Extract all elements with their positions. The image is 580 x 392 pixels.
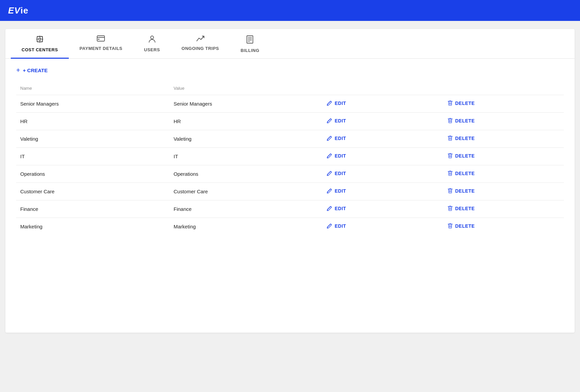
create-label: + CREATE <box>23 67 48 73</box>
cell-edit: EDIT <box>323 165 443 183</box>
tab-cost-centers[interactable]: COST CENTERS <box>11 29 69 59</box>
delete-button[interactable]: DELETE <box>447 118 475 123</box>
pencil-icon <box>327 188 332 194</box>
trash-icon <box>447 171 453 176</box>
edit-label: EDIT <box>335 153 346 159</box>
cell-delete: DELETE <box>443 218 564 235</box>
edit-button[interactable]: EDIT <box>327 153 346 159</box>
billing-icon <box>246 35 253 45</box>
cell-value: Customer Care <box>170 183 323 200</box>
edit-label: EDIT <box>335 223 346 229</box>
delete-label: DELETE <box>455 223 475 229</box>
cell-name: IT <box>16 148 170 165</box>
cell-edit: EDIT <box>323 113 443 130</box>
svg-rect-6 <box>97 36 105 41</box>
edit-label: EDIT <box>335 101 346 106</box>
pencil-icon <box>327 153 332 159</box>
delete-button[interactable]: DELETE <box>447 101 475 106</box>
tab-users[interactable]: USERS <box>133 29 171 59</box>
edit-label: EDIT <box>335 171 346 176</box>
cell-edit: EDIT <box>323 218 443 235</box>
trash-icon <box>447 188 453 194</box>
edit-button[interactable]: EDIT <box>327 188 346 194</box>
delete-label: DELETE <box>455 188 475 194</box>
cell-value: Finance <box>170 200 323 218</box>
edit-button[interactable]: EDIT <box>327 101 346 106</box>
delete-button[interactable]: DELETE <box>447 188 475 194</box>
table-row: HRHR EDIT DELETE <box>16 113 564 130</box>
delete-button[interactable]: DELETE <box>447 136 475 141</box>
table-row: ValetingValeting EDIT DELETE <box>16 130 564 148</box>
edit-button[interactable]: EDIT <box>327 171 346 176</box>
pencil-icon <box>327 171 332 176</box>
pencil-icon <box>327 101 332 106</box>
edit-label: EDIT <box>335 188 346 194</box>
cell-name: Valeting <box>16 130 170 148</box>
cell-value: Senior Managers <box>170 95 323 113</box>
ongoing-trips-icon <box>196 35 204 43</box>
tab-billing-label: BILLING <box>241 48 260 53</box>
delete-button[interactable]: DELETE <box>447 171 475 176</box>
cell-value: Valeting <box>170 130 323 148</box>
pencil-icon <box>327 206 332 211</box>
cell-value: Marketing <box>170 218 323 235</box>
cell-edit: EDIT <box>323 183 443 200</box>
plus-icon: + <box>16 67 20 74</box>
table-row: Customer CareCustomer Care EDIT DELETE <box>16 183 564 200</box>
tab-payment-details[interactable]: PAYMENT DETAILS <box>69 29 133 59</box>
tab-cost-centers-label: COST CENTERS <box>22 47 58 52</box>
tab-ongoing-trips[interactable]: ONGOING TRIPS <box>171 29 230 59</box>
cost-centers-table: Name Value Senior ManagersSenior Manager… <box>16 83 564 235</box>
delete-button[interactable]: DELETE <box>447 223 475 229</box>
table-row: FinanceFinance EDIT DELETE <box>16 200 564 218</box>
edit-button[interactable]: EDIT <box>327 206 346 211</box>
edit-button[interactable]: EDIT <box>327 118 346 123</box>
cell-name: HR <box>16 113 170 130</box>
delete-label: DELETE <box>455 153 475 159</box>
cell-delete: DELETE <box>443 200 564 218</box>
cell-edit: EDIT <box>323 200 443 218</box>
content-area: + + CREATE Name Value Senior ManagersSen… <box>5 59 575 243</box>
edit-button[interactable]: EDIT <box>327 223 346 229</box>
cell-delete: DELETE <box>443 130 564 148</box>
svg-rect-1 <box>39 38 41 40</box>
cell-name: Marketing <box>16 218 170 235</box>
edit-label: EDIT <box>335 118 346 123</box>
edit-label: EDIT <box>335 136 346 141</box>
app-logo: EVie <box>8 5 28 16</box>
cost-centers-icon <box>36 35 44 45</box>
col-header-value: Value <box>170 83 323 95</box>
trash-icon <box>447 223 453 229</box>
table-row: ITIT EDIT DELETE <box>16 148 564 165</box>
trash-icon <box>447 153 453 159</box>
pencil-icon <box>327 223 332 229</box>
delete-label: DELETE <box>455 206 475 211</box>
cell-delete: DELETE <box>443 183 564 200</box>
pencil-icon <box>327 118 332 123</box>
cell-edit: EDIT <box>323 95 443 113</box>
tab-payment-details-label: PAYMENT DETAILS <box>80 46 122 51</box>
trash-icon <box>447 136 453 141</box>
delete-label: DELETE <box>455 136 475 141</box>
delete-button[interactable]: DELETE <box>447 206 475 211</box>
cell-delete: DELETE <box>443 148 564 165</box>
cell-value: Operations <box>170 165 323 183</box>
tab-bar: COST CENTERS PAYMENT DETAILS <box>5 29 575 59</box>
main-container: COST CENTERS PAYMENT DETAILS <box>5 29 575 333</box>
table-row: OperationsOperations EDIT DELETE <box>16 165 564 183</box>
trash-icon <box>447 118 453 123</box>
cell-name: Finance <box>16 200 170 218</box>
tab-billing[interactable]: BILLING <box>230 29 270 59</box>
edit-label: EDIT <box>335 206 346 211</box>
pencil-icon <box>327 136 332 141</box>
table-row: MarketingMarketing EDIT DELETE <box>16 218 564 235</box>
col-header-edit <box>323 83 443 95</box>
col-header-delete <box>443 83 564 95</box>
delete-button[interactable]: DELETE <box>447 153 475 159</box>
delete-label: DELETE <box>455 171 475 176</box>
create-button[interactable]: + + CREATE <box>16 67 48 74</box>
edit-button[interactable]: EDIT <box>327 136 346 141</box>
svg-rect-0 <box>37 36 42 42</box>
cell-edit: EDIT <box>323 148 443 165</box>
cell-delete: DELETE <box>443 95 564 113</box>
